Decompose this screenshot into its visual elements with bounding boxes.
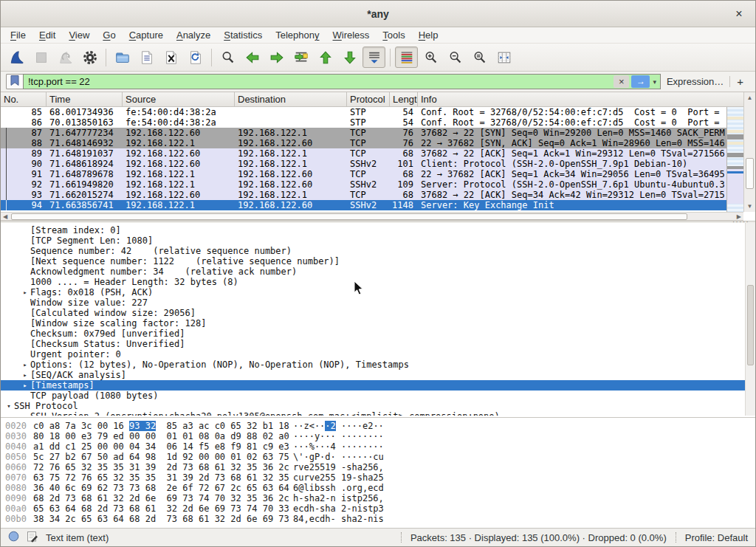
detail-tree-item[interactable]: ▸Flags: 0x018 (PSH, ACK) (1, 287, 755, 297)
packet-row[interactable]: 9171.648789678192.168.122.1192.168.122.6… (1, 169, 755, 179)
column-header-time[interactable]: Time (47, 92, 123, 106)
column-header-protocol[interactable]: Protocol (347, 92, 390, 106)
detail-tree-item[interactable]: Window size value: 227 (1, 297, 755, 308)
zoom-in-button[interactable] (419, 47, 442, 68)
detail-tree-item[interactable]: [Stream index: 0] (1, 225, 755, 235)
colorize-button[interactable] (395, 47, 418, 68)
scroll-left-icon[interactable]: ◀ (3, 213, 7, 221)
menu-tools[interactable]: Tools (376, 27, 411, 43)
detail-tree-item[interactable]: [Checksum Status: Unverified] (1, 339, 755, 349)
column-header-length[interactable]: Length (390, 92, 418, 106)
menu-edit[interactable]: Edit (32, 27, 62, 43)
packet-row[interactable]: 9371.662015274192.168.122.60192.168.122.… (1, 190, 755, 200)
column-header-no[interactable]: No. (1, 92, 47, 106)
detail-tree-item[interactable]: ▸Options: (12 bytes), No-Operation (NOP)… (1, 359, 755, 370)
detail-tree-item[interactable]: Sequence number: 42 (relative sequence n… (1, 246, 755, 256)
hex-row[interactable]: 00b038 34 2c 65 63 64 68 2d 73 68 61 32 … (1, 514, 755, 524)
add-filter-button[interactable]: + (730, 75, 750, 88)
close-file-button[interactable] (159, 47, 182, 68)
hex-row[interactable]: 008036 40 6c 69 62 73 73 68 2e 6f 72 67 … (1, 483, 755, 493)
display-filter-field[interactable]: × → ▾ (23, 74, 661, 89)
hex-row[interactable]: 00505c 27 b2 67 50 ad 64 98 1d 92 00 00 … (1, 452, 755, 462)
menu-help[interactable]: Help (412, 27, 445, 43)
restart-capture-button[interactable] (54, 47, 77, 68)
detail-tree-item[interactable]: ▸SSH Version 2 (encryption:chacha20-poly… (1, 411, 755, 416)
previous-packet-button[interactable] (241, 47, 264, 68)
first-packet-button[interactable] (314, 47, 337, 68)
expand-icon[interactable]: ▸ (20, 287, 30, 297)
hex-row[interactable]: 003080 18 00 e3 79 ed 00 00 01 01 08 0a … (1, 431, 755, 441)
expert-info-icon[interactable] (8, 531, 19, 544)
menu-wireless[interactable]: Wireless (326, 27, 377, 43)
detail-tree-item[interactable]: [TCP Segment Len: 1080] (1, 235, 755, 246)
hex-row[interactable]: 0040a1 dd c1 25 00 00 04 34 06 14 f5 e8 … (1, 441, 755, 452)
display-filter-input[interactable] (24, 76, 614, 87)
packet-row[interactable]: 9071.648618924192.168.122.60192.168.122.… (1, 159, 755, 169)
packet-row[interactable]: 9271.661949820192.168.122.1192.168.122.6… (1, 179, 755, 190)
next-packet-button[interactable] (265, 47, 288, 68)
filter-clear-button[interactable]: × (614, 75, 629, 88)
detail-tree-item[interactable]: ▸[Timestamps] (1, 380, 755, 391)
menu-view[interactable]: View (62, 27, 96, 43)
expand-icon[interactable]: ▸ (20, 370, 30, 380)
hex-row[interactable]: 0020c0 a8 7a 3c 00 16 93 32 85 a3 ac c0 … (1, 421, 755, 431)
scroll-up-icon[interactable]: ▲ (744, 94, 755, 101)
hex-row[interactable]: 006072 76 65 32 35 35 31 39 2d 73 68 61 … (1, 462, 755, 472)
save-file-button[interactable] (135, 47, 158, 68)
detail-tree-item[interactable]: Urgent pointer: 0 (1, 349, 755, 359)
detail-scrollbar-thumb[interactable] (747, 285, 754, 366)
scroll-down-icon[interactable]: ▼ (744, 203, 755, 210)
hex-row[interactable]: 007063 75 72 76 65 32 35 35 31 39 2d 73 … (1, 472, 755, 483)
menu-statistics[interactable]: Statistics (217, 27, 269, 43)
profile-selector[interactable]: Profile: Default (685, 532, 748, 543)
expand-icon[interactable]: ▸ (20, 359, 30, 370)
goto-packet-button[interactable] (289, 47, 312, 68)
menu-go[interactable]: Go (96, 27, 122, 43)
scrollbar-thumb[interactable] (746, 158, 754, 189)
detail-scrollbar[interactable] (745, 223, 755, 416)
last-packet-button[interactable] (338, 47, 361, 68)
packet-list-scrollbar[interactable]: ▲ ▼ (743, 92, 755, 212)
detail-tree-item[interactable]: [Calculated window size: 29056] (1, 308, 755, 318)
packet-minimap[interactable] (726, 107, 743, 212)
open-file-folder-button[interactable] (111, 47, 134, 68)
detail-tree-item[interactable]: Checksum: 0x79ed [unverified] (1, 328, 755, 339)
packet-row[interactable]: 8871.648146932192.168.122.1192.168.122.6… (1, 138, 755, 148)
menu-capture[interactable]: Capture (123, 27, 170, 43)
expand-icon[interactable]: ▸ (20, 380, 30, 391)
expand-icon[interactable]: ▸ (20, 411, 30, 416)
zoom-reset-button[interactable] (468, 47, 491, 68)
resize-columns-button[interactable] (492, 47, 515, 68)
titlebar[interactable]: *any × (1, 1, 755, 27)
stop-capture-button[interactable] (30, 47, 52, 68)
filter-apply-button[interactable]: → (631, 75, 650, 88)
menu-telephony[interactable]: Telephony (269, 27, 326, 43)
filter-dropdown-caret-icon[interactable]: ▾ (653, 78, 656, 86)
packet-row[interactable]: 8568.001734936fe:54:00:d4:38:2aSTP54Conf… (1, 107, 755, 117)
packet-row[interactable]: 9471.663856741192.168.122.1192.168.122.6… (1, 200, 755, 210)
detail-tree-item[interactable]: ▸[SEQ/ACK analysis] (1, 370, 755, 380)
menu-file[interactable]: File (4, 27, 32, 43)
zoom-out-button[interactable] (444, 47, 467, 68)
close-window-button[interactable]: × (732, 7, 746, 21)
packet-list-header[interactable]: No.TimeSourceDestinationProtocolLengthIn… (1, 92, 755, 107)
packet-row[interactable]: 8670.013850163fe:54:00:d4:38:2aSTP54Conf… (1, 117, 755, 128)
find-packet-button[interactable] (216, 47, 239, 68)
detail-tree-item[interactable]: [Window size scaling factor: 128] (1, 318, 755, 328)
detail-tree-item[interactable]: 1000 .... = Header Length: 32 bytes (8) (1, 277, 755, 287)
capture-options-gear-button[interactable] (78, 47, 101, 68)
column-header-info[interactable]: Info (418, 92, 755, 106)
menu-analyze[interactable]: Analyze (170, 27, 217, 43)
collapse-icon[interactable]: ▾ (4, 401, 14, 411)
detail-tree-item[interactable]: Acknowledgment number: 34 (relative ack … (1, 266, 755, 277)
wireshark-fin-button[interactable] (5, 47, 28, 68)
capture-comment-icon[interactable] (27, 531, 38, 545)
reload-file-button[interactable] (184, 47, 207, 68)
expression-button[interactable]: Expression… (661, 76, 729, 87)
hex-row[interactable]: 00a065 63 64 68 2d 73 68 61 32 2d 6e 69 … (1, 503, 755, 514)
column-header-source[interactable]: Source (123, 92, 235, 106)
detail-tree-item[interactable]: [Next sequence number: 1122 (relative se… (1, 256, 755, 266)
auto-scroll-button[interactable] (362, 47, 385, 68)
packet-row[interactable]: 8771.647777234192.168.122.60192.168.122.… (1, 128, 755, 138)
filter-bookmark-button[interactable] (6, 74, 23, 89)
